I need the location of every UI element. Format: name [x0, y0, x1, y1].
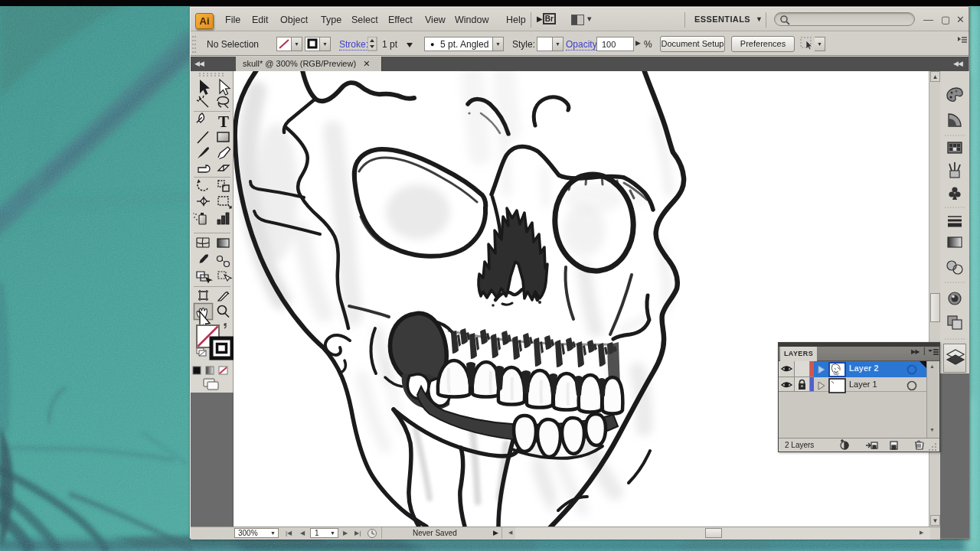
svg-text:T: T: [218, 112, 229, 131]
